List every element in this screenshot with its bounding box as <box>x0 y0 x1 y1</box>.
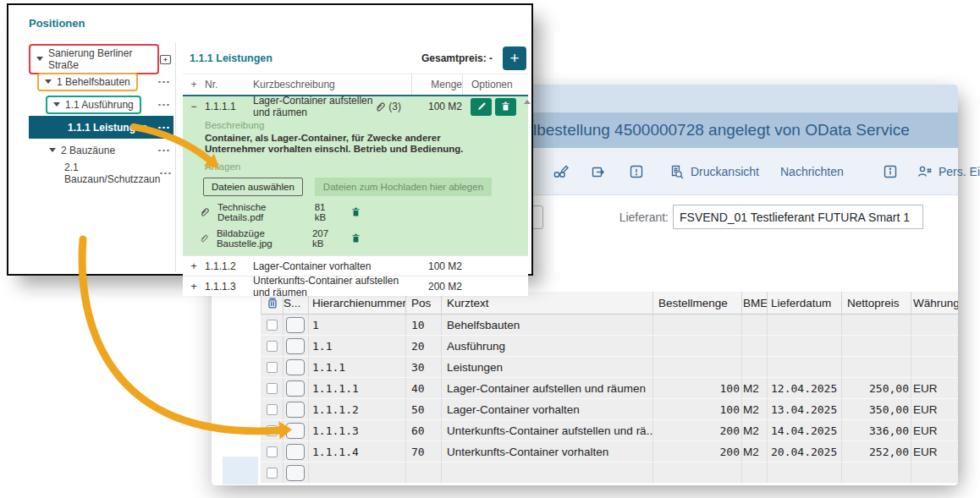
row-select-button[interactable] <box>286 402 305 418</box>
cell-kurztext[interactable]: Ausführung <box>441 336 652 356</box>
row-select-button[interactable] <box>286 465 305 481</box>
cell-kurztext[interactable]: Lager-Container vorhalten <box>441 399 652 419</box>
cell-pos[interactable]: 60 <box>405 420 441 441</box>
more-options-icon[interactable] <box>158 149 170 152</box>
row-checkbox[interactable] <box>267 362 278 373</box>
cell-kurztext[interactable]: Lager-Container aufstellen und räumen <box>441 378 652 398</box>
cell-kurztext[interactable]: Behelfsbauten <box>441 315 652 335</box>
tree-item-bauzaun-schutzzaun[interactable]: 2.1 Bauzaun/Schutzzaun <box>29 161 173 184</box>
cell-lieferdatum[interactable] <box>767 336 841 356</box>
cell-lieferdatum[interactable]: 14.04.2025 <box>767 420 841 441</box>
cell-nettopreis[interactable] <box>841 315 911 335</box>
caret-down-icon[interactable] <box>49 148 56 152</box>
tree-item-ausfuehrung[interactable]: 1.1 Ausführung <box>29 93 173 116</box>
collapse-toggle[interactable]: − <box>183 101 205 112</box>
cell-waehrung[interactable]: EUR <box>911 378 958 398</box>
cell-pos[interactable] <box>405 462 441 483</box>
cell-bestellmenge[interactable]: 200 <box>652 420 741 441</box>
file-name[interactable]: Technische Details.pdf <box>217 202 315 222</box>
cell-hierarchienummer[interactable]: 1 <box>308 315 405 335</box>
cell-waehrung[interactable]: EUR <box>911 420 958 441</box>
row-checkbox[interactable] <box>267 320 278 331</box>
upload-dropzone[interactable]: Dateien zum Hochladen hier ablegen <box>315 178 492 196</box>
more-options-icon[interactable] <box>158 126 170 129</box>
cell-nettopreis[interactable]: 250,00 <box>841 378 911 398</box>
cell-bme[interactable]: M2 <box>741 378 767 398</box>
row-select-button[interactable] <box>286 380 305 397</box>
tree-item-leistungen-selected[interactable]: 1.1.1 Leistungen <box>29 116 173 139</box>
attachment-row[interactable]: Technische Details.pdf 81 kB <box>200 202 361 222</box>
row-checkbox[interactable] <box>267 383 278 394</box>
cell-nettopreis[interactable]: 252,00 <box>841 441 911 462</box>
caret-down-icon[interactable] <box>53 102 60 107</box>
cell-kurztext[interactable]: Unterkunfts-Container aufstellen und rä.… <box>441 420 652 441</box>
supplier-field[interactable]: FSVEND_01 Testlieferant FUTURA Smart 1 <box>673 205 923 229</box>
edit-item-button[interactable] <box>471 98 492 116</box>
cell-lieferdatum[interactable]: 13.04.2025 <box>767 399 841 419</box>
messages-button[interactable]: Nachrichten <box>780 148 844 195</box>
cell-bme[interactable]: M2 <box>741 441 767 462</box>
cell-hierarchienummer[interactable] <box>308 462 405 483</box>
cell-pos[interactable]: 70 <box>405 441 441 462</box>
cell-bestellmenge[interactable] <box>652 315 741 335</box>
add-item-button[interactable]: + <box>503 47 526 70</box>
print-preview-button[interactable]: Druckansicht <box>669 148 759 195</box>
display-change-icon[interactable] <box>553 148 570 195</box>
cell-waehrung[interactable]: EUR <box>911 441 958 462</box>
row-checkbox[interactable] <box>267 341 278 352</box>
cell-hierarchienummer[interactable]: 1.1.1.3 <box>308 420 405 441</box>
row-checkbox[interactable] <box>267 404 278 415</box>
caret-down-icon[interactable] <box>45 79 52 84</box>
row-checkbox[interactable] <box>267 468 278 479</box>
item-row[interactable]: + 1.1.1.2 Lager-Container vorhalten 100 … <box>183 255 528 276</box>
cell-bme[interactable] <box>741 336 767 356</box>
expanded-item-row[interactable]: − 1.1.1.1 Lager-Container aufstellen und… <box>183 96 528 117</box>
cell-hierarchienummer[interactable]: 1.1.1.4 <box>308 441 405 462</box>
cell-bme[interactable] <box>741 357 767 377</box>
tree-item-bauzaeune[interactable]: 2 Bauzäune <box>29 139 173 161</box>
cell-bestellmenge[interactable]: 100 <box>652 378 741 398</box>
cell-hierarchienummer[interactable]: 1.1 <box>308 336 405 356</box>
cell-lieferdatum[interactable] <box>767 462 841 483</box>
cell-lieferdatum[interactable]: 12.04.2025 <box>767 378 841 398</box>
delete-file-button[interactable] <box>351 233 361 244</box>
row-select-button[interactable] <box>286 338 305 354</box>
cell-nettopreis[interactable] <box>841 357 911 377</box>
header-nettopreis[interactable]: Nettopreis <box>841 292 911 314</box>
cell-bestellmenge[interactable]: 200 <box>652 441 741 462</box>
cell-bme[interactable]: M2 <box>741 399 767 419</box>
row-select-button[interactable] <box>286 423 305 439</box>
delete-item-button[interactable] <box>495 98 516 116</box>
cell-pos[interactable]: 10 <box>405 315 441 335</box>
expand-toggle[interactable]: + <box>183 281 205 293</box>
messages-check-icon[interactable] <box>629 148 644 195</box>
cell-lieferdatum[interactable] <box>767 315 841 335</box>
more-options-icon[interactable] <box>160 172 172 175</box>
info-icon[interactable] <box>883 148 898 195</box>
cell-nettopreis[interactable] <box>841 336 911 356</box>
cell-bestellmenge[interactable] <box>652 336 741 356</box>
cell-pos[interactable]: 30 <box>405 357 441 377</box>
header-bestellmenge[interactable]: Bestellmenge <box>652 292 741 314</box>
row-checkbox[interactable] <box>267 425 278 436</box>
cell-nettopreis[interactable]: 336,00 <box>841 420 911 441</box>
delete-file-button[interactable] <box>351 207 361 217</box>
cell-kurztext[interactable] <box>441 462 652 483</box>
row-checkbox[interactable] <box>267 446 278 457</box>
cell-bestellmenge[interactable] <box>652 357 741 377</box>
cell-hierarchienummer[interactable]: 1.1.1 <box>308 357 405 377</box>
row-select-button[interactable] <box>286 359 305 375</box>
row-select-button[interactable] <box>286 444 305 460</box>
attachment-row[interactable]: Bildabzüge Baustelle.jpg 207 kB <box>200 228 361 249</box>
more-options-icon[interactable] <box>158 103 170 107</box>
detail-scrollbar[interactable] <box>523 100 531 104</box>
cell-bme[interactable] <box>741 462 767 483</box>
cell-waehrung[interactable] <box>911 315 958 335</box>
cell-bme[interactable] <box>741 315 767 335</box>
item-row[interactable]: + 1.1.1.3 Unterkunfts-Container aufstell… <box>183 276 528 296</box>
cell-kurztext[interactable]: Leistungen <box>441 357 652 377</box>
add-folder-icon[interactable] <box>159 53 172 65</box>
cell-hierarchienummer[interactable]: 1.1.1.1 <box>308 378 405 398</box>
cell-waehrung[interactable] <box>911 462 958 483</box>
header-waehrung[interactable]: Währung <box>911 292 958 314</box>
